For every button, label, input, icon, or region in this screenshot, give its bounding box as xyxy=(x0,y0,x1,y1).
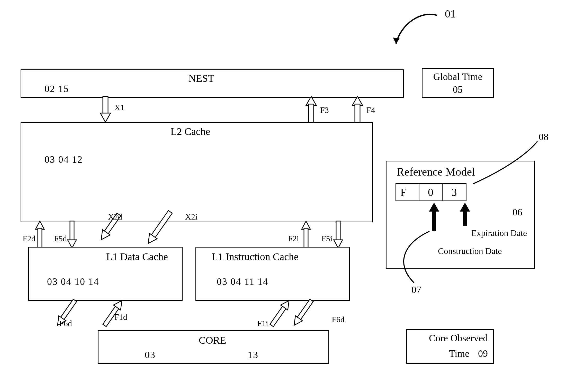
l1d-nums: 03 04 10 14 xyxy=(47,276,99,287)
construction-label: Construction Date xyxy=(438,246,502,256)
ref-cell-f: F xyxy=(396,184,419,200)
nest-box: NEST 02 15 xyxy=(21,69,404,98)
svg-rect-25 xyxy=(270,305,287,327)
arrow-f5d xyxy=(66,221,78,249)
l1i-box: L1 Instruction Cache 03 04 11 14 xyxy=(195,247,350,301)
construction-arrow-icon xyxy=(428,203,441,233)
svg-rect-4 xyxy=(309,104,314,123)
arrow-x1-label: X1 xyxy=(114,103,124,112)
arrow-f3-label: F3 xyxy=(320,105,329,115)
arrow-x1 xyxy=(98,96,113,125)
ref-callout-06: 06 xyxy=(513,206,522,218)
l1i-nums: 03 04 11 14 xyxy=(217,276,268,287)
global-time-box: Global Time 05 xyxy=(422,68,494,98)
arrow-f2d-label: F2d xyxy=(23,234,35,243)
svg-rect-21 xyxy=(60,299,77,321)
svg-rect-19 xyxy=(336,221,340,241)
arrow-x2d-label: X2d xyxy=(108,212,122,222)
arrow-f5i xyxy=(332,221,345,249)
arrow-f6d-right-label: F6d xyxy=(332,315,345,324)
global-time-line1: Global Time xyxy=(423,71,493,82)
svg-marker-2 xyxy=(100,113,111,122)
arrow-f4 xyxy=(350,96,365,125)
arrow-f2i xyxy=(300,221,312,249)
arrow-f2i-label: F2i xyxy=(288,234,299,243)
arrow-f3 xyxy=(303,96,319,125)
core-title: CORE xyxy=(199,334,226,346)
core-observed-line1: Core Observed xyxy=(429,332,488,344)
callout-08-line xyxy=(473,141,540,185)
svg-rect-18 xyxy=(304,228,308,249)
svg-marker-0 xyxy=(393,38,400,44)
expiration-arrow-icon xyxy=(459,203,471,228)
core-box: CORE 03 13 xyxy=(98,330,329,364)
nest-title: NEST xyxy=(188,72,214,84)
nest-nums: 02 15 xyxy=(44,83,69,94)
svg-rect-1 xyxy=(103,96,108,114)
arrow-f5d-label: F5d xyxy=(54,234,67,243)
callout-07-line xyxy=(391,231,437,285)
ref-model-table: F 0 3 xyxy=(396,183,466,201)
svg-marker-7 xyxy=(429,203,439,231)
ref-model-title: Reference Model xyxy=(397,165,475,178)
global-time-line2: 05 xyxy=(423,84,493,95)
core-observed-line2a: Time xyxy=(449,348,469,359)
core-observed-line2b: 09 xyxy=(478,348,488,359)
svg-marker-8 xyxy=(460,203,470,226)
ref-callout-07: 07 xyxy=(411,284,421,295)
ref-callout-08: 08 xyxy=(539,131,549,142)
l2-nums: 03 04 12 xyxy=(44,154,83,165)
ref-cell-3: 3 xyxy=(443,184,466,200)
expiration-label: Expiration Date xyxy=(471,228,527,238)
svg-rect-10 xyxy=(38,228,42,249)
arrow-f6d-left-label: F6d xyxy=(59,319,72,328)
arrow-x2i-label: X2i xyxy=(185,212,197,222)
l1d-title: L1 Data Cache xyxy=(106,251,168,263)
ref-cell-0: 0 xyxy=(419,184,443,200)
core-observed-box: Core Observed Time 09 xyxy=(406,329,494,364)
arrow-f1i-label: F1i xyxy=(257,319,268,328)
svg-rect-11 xyxy=(70,221,74,241)
callout-01: 01 xyxy=(445,8,456,20)
svg-rect-6 xyxy=(355,104,360,123)
arrow-f4-label: F4 xyxy=(366,105,375,115)
l2-box: L2 Cache 03 04 12 xyxy=(21,122,373,222)
arrow-f1d-label: F1d xyxy=(114,312,127,322)
arrow-f5i-label: F5i xyxy=(321,234,333,243)
core-nums-left: 03 xyxy=(145,349,156,360)
l2-title: L2 Cache xyxy=(170,125,210,138)
l1i-title: L1 Instruction Cache xyxy=(212,251,299,263)
arrow-f6d-left xyxy=(67,299,103,335)
l1d-box: L1 Data Cache 03 04 10 14 xyxy=(28,247,183,301)
callout-01-arrow xyxy=(375,13,442,54)
core-nums-right: 13 xyxy=(248,349,258,360)
